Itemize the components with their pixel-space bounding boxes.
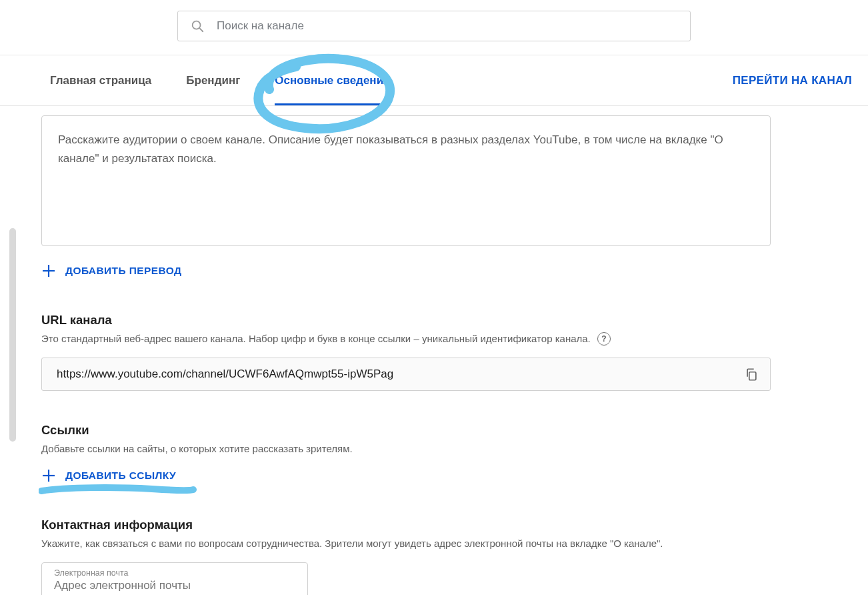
url-section-title: URL канала [41, 313, 772, 328]
search-area [0, 0, 868, 55]
contact-section-subtitle-text: Укажите, как связаться с вами по вопроса… [41, 536, 663, 552]
svg-rect-4 [749, 372, 756, 380]
tab-basic-info[interactable]: Основные сведения [275, 55, 390, 105]
copy-icon[interactable] [739, 362, 763, 386]
add-link-button[interactable]: ДОБАВИТЬ ССЫЛКУ [41, 468, 176, 483]
email-field[interactable]: Электронная почта [41, 562, 308, 596]
channel-description-textarea[interactable] [41, 115, 771, 246]
links-section-title: Ссылки [41, 423, 772, 438]
url-section-subtitle-text: Это стандартный веб-адрес вашего канала.… [41, 332, 591, 347]
channel-url-box: https://www.youtube.com/channel/UCWF6Awf… [41, 358, 771, 391]
tab-home[interactable]: Главная страница [50, 55, 151, 105]
contact-section-subtitle: Укажите, как связаться с вами по вопроса… [41, 536, 772, 552]
annotation-underline [39, 484, 199, 498]
help-icon[interactable]: ? [597, 332, 611, 346]
svg-line-1 [199, 28, 203, 31]
links-section-subtitle-text: Добавьте ссылки на сайты, о которых хоти… [41, 442, 353, 457]
email-float-label: Электронная почта [54, 568, 295, 578]
add-link-label: ДОБАВИТЬ ССЫЛКУ [65, 470, 176, 482]
add-translation-button[interactable]: ДОБАВИТЬ ПЕРЕВОД [41, 263, 181, 278]
search-input[interactable] [217, 19, 678, 33]
url-section-subtitle: Это стандартный веб-адрес вашего канала.… [41, 332, 772, 347]
channel-url-value: https://www.youtube.com/channel/UCWF6Awf… [57, 368, 739, 381]
tab-branding[interactable]: Брендинг [186, 55, 240, 105]
plus-icon [41, 468, 56, 483]
email-input[interactable] [54, 579, 295, 592]
contact-section-title: Контактная информация [41, 518, 772, 532]
links-section-subtitle: Добавьте ссылки на сайты, о которых хоти… [41, 442, 772, 457]
go-to-channel-link[interactable]: ПЕРЕЙТИ НА КАНАЛ [733, 74, 852, 87]
search-box[interactable] [177, 11, 691, 41]
plus-icon [41, 263, 56, 278]
main-content: ДОБАВИТЬ ПЕРЕВОД URL канала Это стандарт… [0, 106, 772, 595]
tab-bar: Главная страница Брендинг Основные сведе… [0, 55, 868, 106]
search-icon [190, 19, 205, 33]
add-translation-label: ДОБАВИТЬ ПЕРЕВОД [65, 265, 181, 277]
